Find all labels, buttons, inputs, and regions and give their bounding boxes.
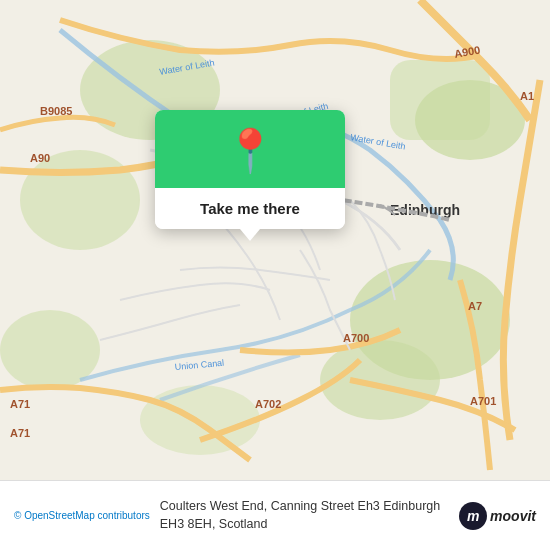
svg-text:A71: A71 (10, 427, 30, 439)
svg-text:A702: A702 (255, 398, 281, 410)
copyright-text: © OpenStreetMap contributors (14, 510, 150, 521)
svg-text:A71: A71 (10, 398, 30, 410)
svg-text:A90: A90 (30, 152, 50, 164)
moovit-m-letter: m (467, 508, 479, 524)
svg-text:A701: A701 (470, 395, 496, 407)
moovit-icon: m (459, 502, 487, 530)
svg-text:A7: A7 (468, 300, 482, 312)
popup-green-header: 📍 (155, 110, 345, 188)
take-me-there-button[interactable]: Take me there (155, 188, 345, 229)
location-pin-icon: 📍 (224, 130, 276, 172)
svg-text:A700: A700 (343, 332, 369, 344)
openstreetmap-link[interactable]: © OpenStreetMap contributors (14, 510, 150, 521)
svg-text:A1: A1 (520, 90, 534, 102)
svg-text:B9085: B9085 (40, 105, 72, 117)
map-background: A900 B9085 A90 A90 A1 A7 A701 A700 A702 … (0, 0, 550, 480)
svg-point-5 (20, 150, 140, 250)
map-container: A900 B9085 A90 A90 A1 A7 A701 A700 A702 … (0, 0, 550, 480)
footer-address: Coulters West End, Canning Street Eh3 Ed… (160, 498, 449, 533)
popup-tail (240, 229, 260, 241)
moovit-brand-text: moovit (490, 508, 536, 524)
location-popup: 📍 Take me there (155, 110, 345, 229)
svg-rect-4 (390, 60, 490, 140)
footer-bar: © OpenStreetMap contributors Coulters We… (0, 480, 550, 550)
moovit-logo: m moovit (459, 502, 536, 530)
